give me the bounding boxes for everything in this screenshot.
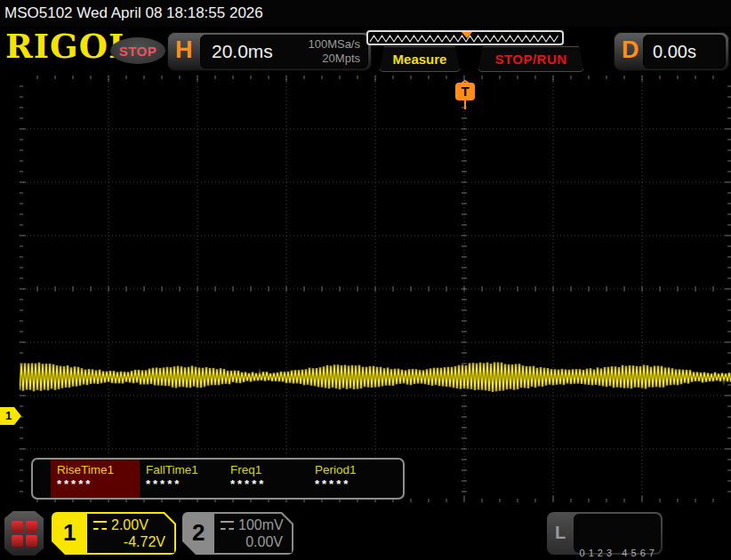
stop-run-button[interactable]: STOP/RUN <box>478 46 584 72</box>
logic-channel-list: 0 1 2 3 4 5 6 7 8 9 10 11 12 13 14 15 <box>574 514 661 553</box>
sample-rate: 100MSa/s <box>308 37 360 52</box>
delay-value: 0.00s <box>653 42 696 62</box>
titlebar-model-datetime: MSO5102 Wed April 08 18:18:55 2026 <box>0 0 731 27</box>
memory-depth: 20Mpts <box>308 52 360 66</box>
measurement-value: ***** <box>230 477 309 491</box>
bottom-bar: 1 2.00V -4.72V 2 100mV 0.00V L <box>0 502 731 560</box>
graticule-area <box>20 76 731 502</box>
run-state-badge: STOP <box>110 37 165 64</box>
channel2-offset: 0.00V <box>214 534 292 550</box>
menu-grid-icon <box>12 521 37 547</box>
measurement-item-risetime[interactable]: RiseTime1 ***** <box>51 460 140 498</box>
measurement-item-period[interactable]: Period1 ***** <box>309 460 393 498</box>
horizontal-settings-button[interactable]: H 20.0ms 100MSa/s 20Mpts <box>167 32 372 71</box>
channel1-waveform <box>20 76 731 502</box>
channel2-readout: 100mV 0.00V <box>214 514 292 553</box>
measurement-label: Period1 <box>315 463 393 476</box>
header-row: RIGOL STOP H 20.0ms 100MSa/s 20Mpts Meas… <box>0 27 731 76</box>
channel1-scale: 2.00V <box>111 517 149 533</box>
trigger-t-icon: T <box>455 83 475 100</box>
h-label: H <box>175 36 193 64</box>
logic-row-1: 0 1 2 3 4 5 6 7 <box>574 547 661 560</box>
h-inner-box: 20.0ms 100MSa/s 20Mpts <box>200 35 368 68</box>
oscilloscope-screen: MSO5102 Wed April 08 18:18:55 2026 RIGOL… <box>0 0 731 560</box>
ch1-ground-marker[interactable]: 1 <box>0 407 21 425</box>
measurement-item-freq[interactable]: Freq1 ***** <box>224 460 309 498</box>
channel1-readout: 2.00V -4.72V <box>87 514 174 553</box>
channel1-offset: -4.72V <box>87 534 174 550</box>
sample-rate-and-depth: 100MSa/s 20Mpts <box>308 37 360 66</box>
measurement-label: Freq1 <box>230 463 309 476</box>
trigger-marker[interactable]: T <box>455 76 475 111</box>
waveform-overview-bar[interactable] <box>366 30 564 45</box>
dc-coupling-icon <box>221 521 234 530</box>
logic-analyzer-label: L <box>555 523 566 543</box>
measurement-item-falltime[interactable]: FallTime1 ***** <box>140 460 224 498</box>
measurement-value: ***** <box>146 477 224 491</box>
menu-grid-button[interactable] <box>4 511 44 556</box>
delay-settings-button[interactable]: D 0.00s <box>614 32 729 71</box>
measurement-value: ***** <box>315 477 393 491</box>
d-inner-box: 0.00s <box>643 35 726 68</box>
channel1-panel[interactable]: 1 2.00V -4.72V <box>52 512 176 555</box>
channel2-scale: 100mV <box>238 517 284 533</box>
d-label: D <box>622 36 639 64</box>
trigger-stem <box>464 100 466 109</box>
measurement-label: FallTime1 <box>146 463 224 476</box>
measurement-panel: RiseTime1 ***** FallTime1 ***** Freq1 **… <box>31 458 405 500</box>
timebase-value: 20.0ms <box>212 41 273 62</box>
logic-analyzer-panel[interactable]: L 0 1 2 3 4 5 6 7 8 9 10 11 12 13 14 15 <box>547 512 663 555</box>
channel2-panel[interactable]: 2 100mV 0.00V <box>182 512 293 555</box>
dc-coupling-icon <box>93 521 107 530</box>
measure-button[interactable]: Measure <box>379 46 461 72</box>
channel2-number: 2 <box>192 519 205 547</box>
measurement-label: RiseTime1 <box>57 463 140 476</box>
channel1-number: 1 <box>63 519 76 547</box>
measurement-value: ***** <box>57 477 140 491</box>
